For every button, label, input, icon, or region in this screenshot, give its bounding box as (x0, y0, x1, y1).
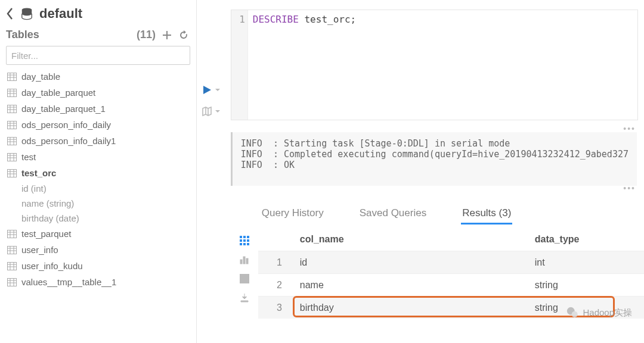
tables-tree: day_table day_table_parquet day_table_pa… (6, 68, 190, 343)
table-icon (7, 73, 17, 81)
sidebar: default Tables (11) day_table day_table_… (0, 0, 197, 343)
table-icon (7, 137, 17, 145)
svg-rect-21 (240, 260, 242, 264)
watermark: Hadoop实操 (566, 306, 632, 319)
table-item[interactable]: test_parquet (6, 226, 190, 242)
editor[interactable]: 1 DESCRIBE test_orc; (231, 10, 638, 120)
line-number: 1 (231, 10, 248, 120)
table-icon (7, 105, 17, 113)
database-name[interactable]: default (39, 6, 82, 21)
chart-icon[interactable] (239, 254, 250, 265)
svg-rect-16 (243, 239, 246, 242)
tables-header: Tables (11) (6, 25, 190, 46)
caret-down-icon[interactable] (215, 108, 221, 114)
sidebar-header: default (6, 5, 190, 25)
table-icon (7, 278, 17, 286)
table-item[interactable]: ods_person_info_daily1 (6, 133, 190, 149)
svg-rect-5 (8, 137, 17, 145)
play-icon (202, 85, 212, 95)
svg-rect-12 (240, 236, 242, 238)
svg-rect-22 (243, 257, 245, 264)
back-icon[interactable] (6, 8, 14, 20)
svg-rect-8 (8, 230, 17, 238)
download-icon[interactable] (239, 292, 250, 303)
table-item[interactable]: day_table (6, 68, 190, 85)
column-item[interactable]: birthday (date) (20, 211, 190, 226)
table-icon (7, 262, 17, 270)
caret-down-icon[interactable] (215, 87, 221, 93)
wechat-icon (566, 306, 579, 319)
svg-rect-3 (8, 105, 17, 113)
results-header: col_name data_type (258, 232, 644, 251)
column-item[interactable]: name (string) (20, 196, 190, 211)
svg-rect-11 (8, 278, 17, 286)
log-output: INFO : Starting task [Stage-0:DDL] in se… (231, 132, 637, 186)
svg-rect-2 (8, 89, 17, 96)
table-item[interactable]: test (6, 149, 190, 165)
tables-count: (11) (137, 29, 156, 41)
svg-rect-7 (8, 169, 17, 177)
main-panel: 1 DESCRIBE test_orc; ••• INFO : Starting… (231, 0, 644, 343)
svg-rect-17 (247, 239, 249, 242)
table-icon (7, 169, 17, 177)
grid-icon[interactable] (239, 235, 250, 246)
svg-point-26 (572, 311, 578, 317)
table-item[interactable]: ods_person_info_daily (6, 117, 190, 133)
table-icon (7, 89, 17, 97)
svg-rect-4 (8, 121, 17, 129)
filter-input[interactable] (6, 46, 190, 65)
svg-rect-9 (8, 246, 17, 254)
table-icon (7, 121, 17, 129)
app-root: default Tables (11) day_table day_table_… (0, 0, 644, 343)
table-item[interactable]: user_info_kudu (6, 258, 190, 274)
table-icon (7, 230, 17, 238)
map-button[interactable] (202, 105, 221, 118)
svg-rect-1 (8, 73, 17, 80)
svg-rect-10 (8, 262, 17, 270)
table-item[interactable]: day_table_parquet_1 (6, 101, 190, 117)
code-content[interactable]: DESCRIBE test_orc; (248, 10, 361, 120)
column-item[interactable]: id (int) (20, 181, 190, 196)
svg-rect-14 (247, 236, 249, 238)
svg-rect-20 (247, 243, 249, 245)
tab-query-history[interactable]: Query History (261, 204, 325, 224)
svg-rect-19 (243, 243, 246, 245)
table-item-expanded[interactable]: test_orc (6, 165, 190, 181)
database-icon (20, 7, 33, 20)
table-columns: id (int) name (string) birthday (date) (6, 181, 190, 226)
header-data-type[interactable]: data_type (532, 234, 644, 245)
svg-rect-13 (243, 236, 246, 238)
header-col-name[interactable]: col_name (294, 234, 532, 245)
svg-rect-23 (246, 258, 248, 264)
svg-rect-6 (8, 153, 17, 161)
table-row[interactable]: 1 id int (258, 251, 644, 273)
run-button[interactable] (202, 83, 221, 96)
svg-rect-15 (240, 239, 242, 242)
svg-rect-18 (240, 243, 242, 245)
table-item[interactable]: day_table_parquet (6, 85, 190, 101)
result-tabs: Query History Saved Queries Results (3) (231, 193, 644, 228)
columns-icon[interactable] (239, 273, 250, 284)
tables-label: Tables (6, 29, 39, 41)
editor-gutter (197, 0, 231, 343)
plus-icon[interactable] (162, 30, 172, 40)
table-row[interactable]: 2 name string (258, 273, 644, 296)
refresh-icon[interactable] (178, 30, 189, 40)
more-icon[interactable]: ••• (231, 183, 644, 193)
table-icon (7, 246, 17, 254)
results-toolbar (231, 232, 258, 319)
table-item[interactable]: user_info (6, 242, 190, 258)
tab-saved-queries[interactable]: Saved Queries (358, 204, 428, 224)
table-item[interactable]: values__tmp__table__1 (6, 274, 190, 290)
map-icon (202, 106, 212, 117)
table-icon (7, 153, 17, 161)
tab-results[interactable]: Results (3) (461, 204, 512, 224)
